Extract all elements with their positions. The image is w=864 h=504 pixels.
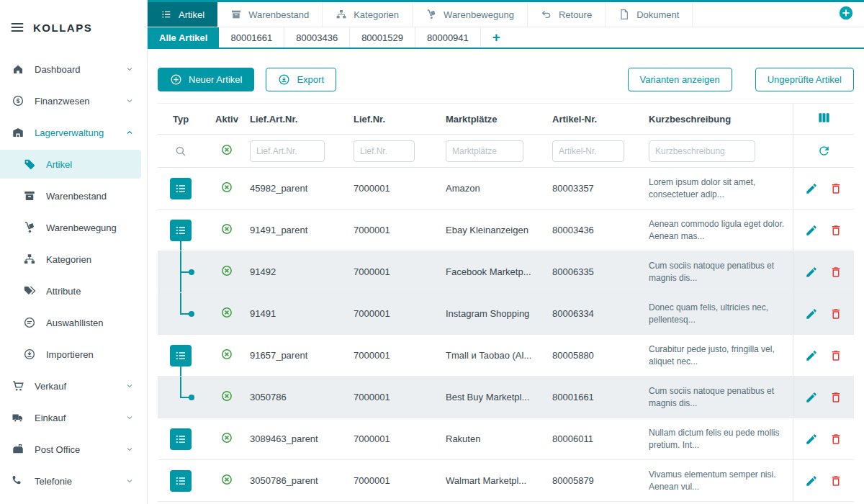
active-toggle[interactable] [220, 264, 233, 279]
subtab-80001661[interactable]: 80001661 [219, 27, 284, 48]
filter-artikel-nr-input[interactable] [552, 140, 624, 162]
filter-marktplaetze-input[interactable] [446, 140, 523, 162]
lief-nr-cell: 7000001 [354, 418, 446, 459]
sidebar-item-attribute[interactable]: Attribute [0, 276, 141, 305]
edit-button[interactable] [805, 182, 818, 195]
active-toggle[interactable] [220, 181, 233, 196]
active-toggle[interactable] [220, 473, 233, 488]
sidebar-item-auswahllisten[interactable]: Auswahllisten [0, 308, 141, 337]
active-toggle[interactable] [220, 431, 233, 446]
active-cell [204, 210, 250, 251]
sidebar-item-label: Attribute [46, 286, 81, 297]
edit-button[interactable] [805, 391, 818, 404]
search-icon [174, 145, 187, 158]
archive-icon [23, 189, 36, 202]
sidebar-item-post-office[interactable]: Post Office [0, 435, 141, 464]
row-actions [793, 168, 854, 209]
lief-nr-cell: 7000001 [354, 210, 446, 251]
tab-retoure[interactable]: Retoure [528, 2, 606, 27]
artikel-nr-cell: 80005880 [552, 335, 649, 376]
article-type-button[interactable] [170, 345, 192, 366]
sidebar-item-dashboard[interactable]: Dashboard [0, 55, 141, 84]
delete-button[interactable] [829, 307, 842, 320]
column-settings-button[interactable] [817, 111, 831, 127]
active-toggle[interactable] [220, 390, 233, 405]
sidebar-item-warenbewegung[interactable]: Warenbewegung [0, 213, 141, 242]
type-cell [158, 418, 204, 459]
new-article-button[interactable]: Neuer Artikel [158, 68, 254, 91]
sidebar-item-label: Lagerverwaltung [35, 127, 104, 138]
filter-kurzbeschreibung-input[interactable] [649, 140, 755, 162]
active-status-icon [220, 431, 233, 444]
edit-button[interactable] [805, 224, 818, 237]
chevron-down-icon [125, 413, 134, 422]
active-toggle[interactable] [220, 222, 233, 238]
finance-icon: $ [12, 94, 24, 107]
delete-button[interactable] [829, 266, 842, 279]
edit-button[interactable] [805, 349, 818, 362]
subtab-80003436[interactable]: 80003436 [284, 27, 350, 48]
tab-artikel[interactable]: Artikel [148, 2, 217, 27]
list-icon [174, 349, 187, 362]
delete-button[interactable] [829, 349, 842, 362]
subtab-80000941[interactable]: 80000941 [415, 27, 481, 48]
active-cell [204, 335, 250, 376]
filter-lief-nr-input[interactable] [354, 140, 415, 162]
edit-button[interactable] [805, 307, 818, 320]
subtab-80001529[interactable]: 80001529 [350, 27, 415, 48]
subtab-alle-artikel[interactable]: Alle Artikel [148, 27, 219, 48]
sidebar-item-kategorien[interactable]: Kategorien [0, 245, 141, 274]
unchecked-articles-button[interactable]: Ungeprüfte Artikel [755, 68, 854, 91]
filter-cell [446, 135, 552, 167]
tab-dokument[interactable]: Dokument [606, 2, 693, 27]
refresh-icon[interactable] [817, 144, 831, 158]
active-toggle[interactable] [220, 306, 233, 321]
sidebar-item-verkauf[interactable]: Verkauf [0, 372, 141, 400]
cart-icon [12, 379, 24, 392]
delete-button[interactable] [829, 182, 842, 195]
delete-button[interactable] [829, 391, 842, 404]
article-type-button[interactable] [170, 428, 192, 450]
sidebar-item-warenbestand[interactable]: Warenbestand [0, 181, 141, 210]
tab-label: Warenbestand [248, 9, 309, 20]
sidebar-item-label: Warenbestand [46, 191, 107, 202]
delete-button[interactable] [829, 474, 842, 487]
kurzbeschreibung-cell: Curabitur pede justo, fringilla vel, ali… [649, 335, 793, 376]
type-cell [158, 460, 204, 501]
sidebar-item-artikel[interactable]: Artikel [0, 150, 141, 179]
article-type-button[interactable] [170, 470, 192, 492]
active-filter-toggle[interactable] [220, 143, 233, 159]
tab-warenbestand[interactable]: Warenbestand [217, 2, 323, 27]
sidebar-item-importieren[interactable]: Importieren [0, 340, 141, 369]
sidebar-item-telefonie[interactable]: Telefonie [0, 467, 141, 495]
trash-icon [829, 307, 842, 320]
article-type-button[interactable] [170, 178, 192, 199]
export-button[interactable]: Export [266, 68, 336, 91]
sidebar-item-lagerverwaltung[interactable]: Lagerverwaltung [0, 118, 141, 147]
delete-button[interactable] [829, 433, 842, 446]
edit-button[interactable] [805, 474, 818, 487]
edit-button[interactable] [805, 433, 818, 446]
tree-connector-dot [189, 395, 194, 400]
edit-button[interactable] [805, 266, 818, 279]
column-header-lief-art-nr: Lief.Art.Nr. [250, 104, 354, 134]
type-cell [158, 210, 204, 251]
add-subtab-button[interactable]: + [481, 27, 512, 48]
delete-button[interactable] [829, 224, 842, 237]
pencil-icon [805, 474, 818, 487]
sidebar-item-einkauf[interactable]: Einkauf [0, 403, 141, 432]
table-body: 45982_parent7000001Amazon80003357Lorem i… [158, 168, 854, 502]
sidebar-item-finanzwesen[interactable]: $Finanzwesen [0, 86, 141, 115]
tab-kategorien[interactable]: Kategorien [323, 2, 413, 27]
kurzbeschreibung-cell: Cum sociis natoque penatibus et magnis d… [649, 251, 793, 292]
article-type-button[interactable] [170, 220, 192, 241]
filter-lief-art-nr-input[interactable] [250, 140, 325, 162]
menu-icon[interactable] [10, 20, 24, 35]
add-tab-button[interactable] [838, 5, 854, 24]
dolly-icon [23, 221, 36, 234]
show-variants-button[interactable]: Varianten anzeigen [628, 68, 732, 91]
unchecked-articles-label: Ungeprüfte Artikel [768, 74, 842, 85]
active-toggle[interactable] [220, 348, 233, 363]
kurzbeschreibung-cell: Vivamus elementum semper nisi. Aenean vu… [649, 460, 793, 501]
tab-warenbewegung[interactable]: Warenbewegung [413, 2, 528, 27]
